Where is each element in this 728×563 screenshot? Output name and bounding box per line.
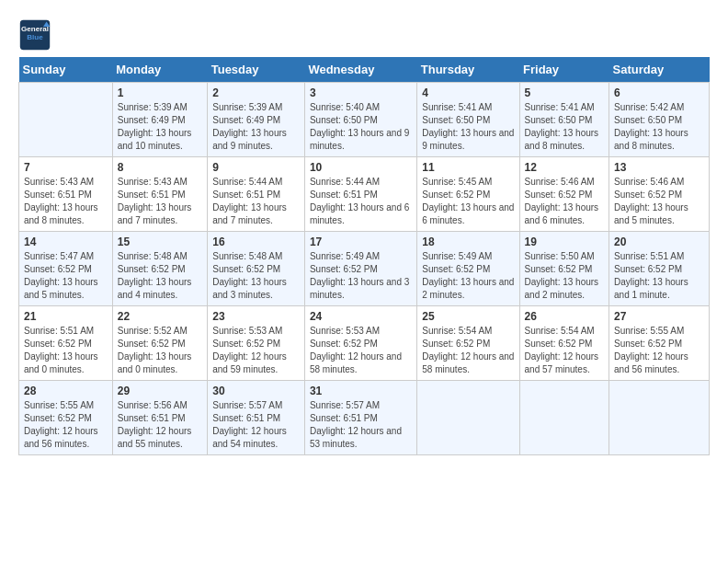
header-sunday: Sunday [19,57,113,83]
week-row-1: 7Sunrise: 5:43 AM Sunset: 6:51 PM Daylig… [19,157,710,232]
day-number: 14 [24,236,108,248]
day-number: 26 [525,310,605,323]
day-content: Sunrise: 5:49 AM Sunset: 6:52 PM Dayligh… [310,250,412,302]
calendar-cell: 6Sunrise: 5:42 AM Sunset: 6:50 PM Daylig… [609,83,710,157]
calendar-cell: 16Sunrise: 5:48 AM Sunset: 6:52 PM Dayli… [208,232,305,306]
day-content: Sunrise: 5:48 AM Sunset: 6:52 PM Dayligh… [212,250,300,302]
day-number: 17 [310,236,412,248]
day-content: Sunrise: 5:55 AM Sunset: 6:52 PM Dayligh… [24,399,108,451]
day-number: 18 [422,236,514,248]
header-wednesday: Wednesday [304,57,416,83]
week-row-4: 28Sunrise: 5:55 AM Sunset: 6:52 PM Dayli… [19,381,710,455]
calendar-cell: 29Sunrise: 5:56 AM Sunset: 6:51 PM Dayli… [112,381,208,455]
header-row: SundayMondayTuesdayWednesdayThursdayFrid… [19,57,710,83]
header-friday: Friday [519,57,609,83]
day-number: 9 [212,161,300,174]
day-content: Sunrise: 5:44 AM Sunset: 6:51 PM Dayligh… [212,176,300,227]
calendar-cell: 22Sunrise: 5:52 AM Sunset: 6:52 PM Dayli… [112,306,208,381]
calendar-cell: 28Sunrise: 5:55 AM Sunset: 6:52 PM Dayli… [19,381,113,455]
calendar-cell: 23Sunrise: 5:53 AM Sunset: 6:52 PM Dayli… [208,306,305,381]
day-content: Sunrise: 5:51 AM Sunset: 6:52 PM Dayligh… [24,325,108,376]
calendar-cell: 3Sunrise: 5:40 AM Sunset: 6:50 PM Daylig… [304,83,416,157]
calendar-cell: 27Sunrise: 5:55 AM Sunset: 6:52 PM Dayli… [609,306,710,381]
day-content: Sunrise: 5:56 AM Sunset: 6:51 PM Dayligh… [118,399,203,451]
header-tuesday: Tuesday [208,57,305,83]
day-content: Sunrise: 5:46 AM Sunset: 6:52 PM Dayligh… [614,176,704,227]
day-number: 27 [614,310,704,323]
day-number: 31 [310,385,412,397]
day-number: 25 [422,310,514,323]
day-number: 19 [525,236,605,248]
logo: General Blue [18,18,57,52]
day-number: 22 [118,310,203,323]
week-row-3: 21Sunrise: 5:51 AM Sunset: 6:52 PM Dayli… [19,306,710,381]
calendar-cell: 21Sunrise: 5:51 AM Sunset: 6:52 PM Dayli… [19,306,113,381]
day-content: Sunrise: 5:39 AM Sunset: 6:49 PM Dayligh… [212,101,300,153]
day-number: 11 [422,161,514,174]
day-number: 1 [118,86,203,99]
day-number: 30 [212,385,300,397]
day-content: Sunrise: 5:45 AM Sunset: 6:52 PM Dayligh… [422,176,514,227]
day-content: Sunrise: 5:43 AM Sunset: 6:51 PM Dayligh… [24,176,108,227]
day-content: Sunrise: 5:54 AM Sunset: 6:52 PM Dayligh… [422,325,514,376]
calendar-table: SundayMondayTuesdayWednesdayThursdayFrid… [18,57,710,455]
calendar-cell: 19Sunrise: 5:50 AM Sunset: 6:52 PM Dayli… [519,232,609,306]
day-number: 20 [614,236,704,248]
day-number: 7 [24,161,108,174]
day-number: 15 [118,236,203,248]
day-content: Sunrise: 5:42 AM Sunset: 6:50 PM Dayligh… [614,101,704,153]
calendar-cell: 11Sunrise: 5:45 AM Sunset: 6:52 PM Dayli… [417,157,519,232]
day-content: Sunrise: 5:41 AM Sunset: 6:50 PM Dayligh… [422,101,514,153]
calendar-cell: 9Sunrise: 5:44 AM Sunset: 6:51 PM Daylig… [208,157,305,232]
day-content: Sunrise: 5:40 AM Sunset: 6:50 PM Dayligh… [310,101,412,153]
day-number: 16 [212,236,300,248]
calendar-header: SundayMondayTuesdayWednesdayThursdayFrid… [19,57,710,83]
day-content: Sunrise: 5:39 AM Sunset: 6:49 PM Dayligh… [118,101,203,153]
day-content: Sunrise: 5:51 AM Sunset: 6:52 PM Dayligh… [614,250,704,302]
day-number: 8 [118,161,203,174]
calendar-cell: 4Sunrise: 5:41 AM Sunset: 6:50 PM Daylig… [417,83,519,157]
calendar-cell [19,83,113,157]
calendar-cell: 7Sunrise: 5:43 AM Sunset: 6:51 PM Daylig… [19,157,113,232]
calendar-cell: 2Sunrise: 5:39 AM Sunset: 6:49 PM Daylig… [208,83,305,157]
calendar-cell [519,381,609,455]
calendar-cell: 17Sunrise: 5:49 AM Sunset: 6:52 PM Dayli… [304,232,416,306]
day-number: 2 [212,86,300,99]
calendar-cell: 30Sunrise: 5:57 AM Sunset: 6:51 PM Dayli… [208,381,305,455]
day-number: 12 [525,161,605,174]
day-content: Sunrise: 5:55 AM Sunset: 6:52 PM Dayligh… [614,325,704,376]
day-content: Sunrise: 5:53 AM Sunset: 6:52 PM Dayligh… [212,325,300,376]
day-content: Sunrise: 5:50 AM Sunset: 6:52 PM Dayligh… [525,250,605,302]
day-number: 28 [24,385,108,397]
calendar-cell: 26Sunrise: 5:54 AM Sunset: 6:52 PM Dayli… [519,306,609,381]
calendar-cell: 12Sunrise: 5:46 AM Sunset: 6:52 PM Dayli… [519,157,609,232]
calendar-cell: 20Sunrise: 5:51 AM Sunset: 6:52 PM Dayli… [609,232,710,306]
day-content: Sunrise: 5:57 AM Sunset: 6:51 PM Dayligh… [310,399,412,451]
day-number: 23 [212,310,300,323]
day-content: Sunrise: 5:54 AM Sunset: 6:52 PM Dayligh… [525,325,605,376]
day-content: Sunrise: 5:44 AM Sunset: 6:51 PM Dayligh… [310,176,412,227]
page-header: General Blue [18,18,710,52]
day-content: Sunrise: 5:57 AM Sunset: 6:51 PM Dayligh… [212,399,300,451]
day-number: 10 [310,161,412,174]
day-number: 4 [422,86,514,99]
day-number: 6 [614,86,704,99]
header-thursday: Thursday [417,57,519,83]
week-row-2: 14Sunrise: 5:47 AM Sunset: 6:52 PM Dayli… [19,232,710,306]
day-content: Sunrise: 5:43 AM Sunset: 6:51 PM Dayligh… [118,176,203,227]
day-content: Sunrise: 5:49 AM Sunset: 6:52 PM Dayligh… [422,250,514,302]
day-number: 21 [24,310,108,323]
calendar-cell: 24Sunrise: 5:53 AM Sunset: 6:52 PM Dayli… [304,306,416,381]
day-content: Sunrise: 5:47 AM Sunset: 6:52 PM Dayligh… [24,250,108,302]
day-number: 13 [614,161,704,174]
calendar-cell: 5Sunrise: 5:41 AM Sunset: 6:50 PM Daylig… [519,83,609,157]
day-content: Sunrise: 5:48 AM Sunset: 6:52 PM Dayligh… [118,250,203,302]
calendar-cell: 10Sunrise: 5:44 AM Sunset: 6:51 PM Dayli… [304,157,416,232]
calendar-cell [417,381,519,455]
day-content: Sunrise: 5:41 AM Sunset: 6:50 PM Dayligh… [525,101,605,153]
day-content: Sunrise: 5:46 AM Sunset: 6:52 PM Dayligh… [525,176,605,227]
header-saturday: Saturday [609,57,710,83]
calendar-cell: 14Sunrise: 5:47 AM Sunset: 6:52 PM Dayli… [19,232,113,306]
day-content: Sunrise: 5:52 AM Sunset: 6:52 PM Dayligh… [118,325,203,376]
week-row-0: 1Sunrise: 5:39 AM Sunset: 6:49 PM Daylig… [19,83,710,157]
